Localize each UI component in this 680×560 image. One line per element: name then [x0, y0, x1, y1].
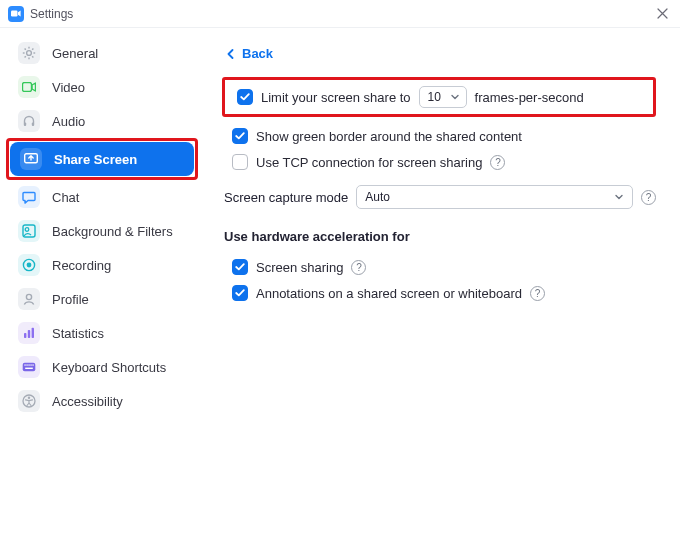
sidebar-item-label: Chat [52, 190, 79, 205]
tcp-label: Use TCP connection for screen sharing [256, 155, 482, 170]
chevron-down-icon [614, 192, 624, 202]
sidebar-item-keyboard-shortcuts[interactable]: Keyboard Shortcuts [8, 350, 196, 384]
svg-rect-22 [23, 363, 36, 372]
sidebar-item-label: Share Screen [54, 152, 137, 167]
sidebar-item-background-filters[interactable]: Background & Filters [8, 214, 196, 248]
keyboard-icon [18, 356, 40, 378]
sidebar-item-label: Recording [52, 258, 111, 273]
capture-mode-label: Screen capture mode [224, 190, 348, 205]
sidebar-item-label: Audio [52, 114, 85, 129]
sidebar-item-label: Video [52, 80, 85, 95]
sidebar-item-label: Background & Filters [52, 224, 173, 239]
sidebar-item-general[interactable]: General [8, 36, 196, 70]
window-title: Settings [30, 7, 73, 21]
close-button[interactable] [652, 4, 672, 24]
sidebar: General Video Audio Share Screen [0, 28, 200, 560]
help-icon[interactable]: ? [351, 260, 366, 275]
background-icon [18, 220, 40, 242]
sidebar-item-label: Profile [52, 292, 89, 307]
sidebar-item-statistics[interactable]: Statistics [8, 316, 196, 350]
headphones-icon [18, 110, 40, 132]
sidebar-item-share-screen[interactable]: Share Screen [10, 142, 194, 176]
accessibility-icon [18, 390, 40, 412]
svg-line-6 [25, 49, 26, 50]
option-hw-annotations: Annotations on a shared screen or whiteb… [222, 280, 656, 306]
svg-rect-10 [23, 83, 32, 92]
help-icon[interactable]: ? [641, 190, 656, 205]
sidebar-item-label: General [52, 46, 98, 61]
limit-fps-label-prefix: Limit your screen share to [261, 90, 411, 105]
svg-rect-11 [24, 123, 26, 127]
svg-rect-24 [26, 364, 27, 365]
highlight-box-fps: Limit your screen share to 10 frames-per… [222, 77, 656, 117]
checkbox-hw-annotations[interactable] [232, 285, 248, 301]
back-link[interactable]: Back [222, 46, 273, 61]
sidebar-item-recording[interactable]: Recording [8, 248, 196, 282]
sidebar-item-audio[interactable]: Audio [8, 104, 196, 138]
svg-rect-19 [24, 333, 26, 338]
window-titlebar: Settings [0, 0, 680, 28]
option-green-border: Show green border around the shared cont… [222, 123, 656, 149]
svg-point-18 [26, 294, 31, 299]
capture-mode-select[interactable]: Auto [356, 185, 633, 209]
share-screen-icon [20, 148, 42, 170]
svg-rect-20 [28, 330, 30, 338]
sidebar-item-label: Keyboard Shortcuts [52, 360, 166, 375]
recording-icon [18, 254, 40, 276]
svg-rect-12 [32, 123, 34, 127]
svg-rect-26 [30, 364, 31, 365]
svg-rect-25 [28, 364, 29, 365]
svg-line-7 [32, 56, 33, 57]
svg-line-9 [25, 56, 26, 57]
checkbox-green-border[interactable] [232, 128, 248, 144]
svg-rect-21 [32, 328, 34, 338]
hw-accel-heading: Use hardware acceleration for [222, 229, 656, 244]
back-label: Back [242, 46, 273, 61]
svg-point-1 [27, 51, 32, 56]
checkbox-tcp[interactable] [232, 154, 248, 170]
highlight-box-sidebar: Share Screen [6, 138, 198, 180]
chevron-left-icon [226, 49, 236, 59]
svg-rect-0 [11, 11, 18, 17]
capture-mode-value: Auto [365, 190, 390, 204]
svg-point-15 [25, 228, 29, 232]
help-icon[interactable]: ? [490, 155, 505, 170]
app-icon [8, 6, 24, 22]
svg-point-30 [28, 397, 30, 399]
svg-rect-23 [24, 364, 25, 365]
svg-rect-27 [32, 364, 33, 365]
checkbox-hw-screen-sharing[interactable] [232, 259, 248, 275]
chat-icon [18, 186, 40, 208]
hw-screen-sharing-label: Screen sharing [256, 260, 343, 275]
limit-fps-label-suffix: frames-per-second [475, 90, 584, 105]
content-pane: Back Limit your screen share to 10 frame… [200, 28, 680, 560]
capture-mode-row: Screen capture mode Auto ? [222, 185, 656, 209]
sidebar-item-profile[interactable]: Profile [8, 282, 196, 316]
option-hw-screen-sharing: Screen sharing ? [222, 254, 656, 280]
sidebar-item-label: Accessibility [52, 394, 123, 409]
fps-select[interactable]: 10 [419, 86, 467, 108]
option-limit-fps: Limit your screen share to 10 frames-per… [227, 84, 647, 110]
chevron-down-icon [450, 92, 460, 102]
video-icon [18, 76, 40, 98]
green-border-label: Show green border around the shared cont… [256, 129, 522, 144]
gear-icon [18, 42, 40, 64]
profile-icon [18, 288, 40, 310]
sidebar-item-label: Statistics [52, 326, 104, 341]
svg-line-8 [32, 49, 33, 50]
svg-point-17 [27, 263, 32, 268]
fps-value: 10 [428, 90, 441, 104]
sidebar-item-chat[interactable]: Chat [8, 180, 196, 214]
help-icon[interactable]: ? [530, 286, 545, 301]
option-tcp: Use TCP connection for screen sharing ? [222, 149, 656, 175]
checkbox-limit-fps[interactable] [237, 89, 253, 105]
sidebar-item-video[interactable]: Video [8, 70, 196, 104]
svg-rect-28 [25, 368, 33, 369]
sidebar-item-accessibility[interactable]: Accessibility [8, 384, 196, 418]
hw-annotations-label: Annotations on a shared screen or whiteb… [256, 286, 522, 301]
statistics-icon [18, 322, 40, 344]
